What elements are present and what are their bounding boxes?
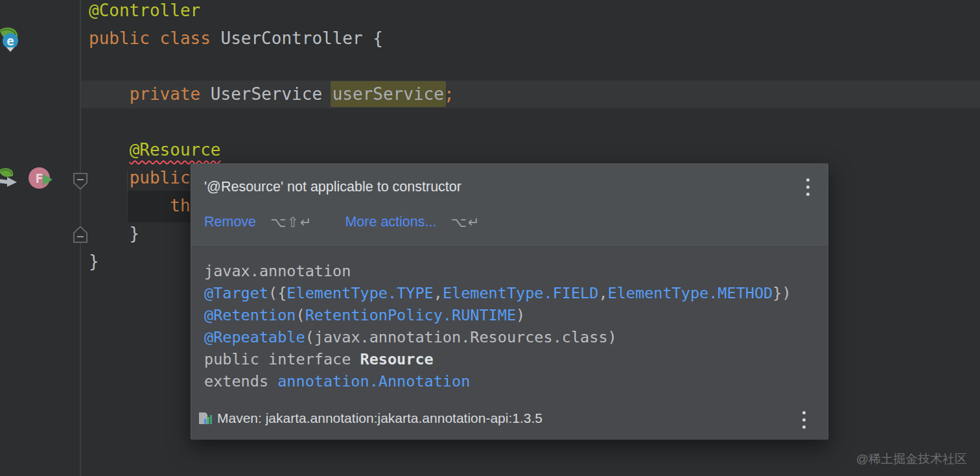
code-line: [89, 53, 454, 80]
code-token: ;: [444, 84, 454, 104]
fold-region-start-marker[interactable]: [73, 173, 88, 193]
code-line: private UserService userService;: [89, 80, 454, 108]
code-token[interactable]: annotation.Annotation: [277, 372, 470, 390]
code-token: [89, 168, 130, 187]
code-token: ,: [598, 284, 607, 302]
code-token: [89, 140, 130, 160]
doc-line: @Retention(RetentionPolicy.RUNTIME): [204, 304, 791, 326]
doc-line: @Repeatable(javax.annotation.Resources.c…: [204, 326, 791, 348]
diagnostic-popup: '@Resource' not applicable to constructo…: [191, 163, 828, 440]
watermark: @稀土掘金技术社区: [856, 451, 967, 468]
spring-leaf-class-glyph: e: [0, 26, 23, 52]
error-message: '@Resource' not applicable to constructo…: [204, 179, 461, 195]
code-token: ({: [268, 284, 286, 302]
code-token: (javax.annotation.Resources.class): [305, 328, 617, 346]
code-token: UserService: [211, 84, 332, 104]
code-token: UserController {: [221, 29, 383, 48]
doc-footer: Maven: jakarta.annotation:jakarta.annota…: [198, 405, 817, 432]
code-token: [89, 196, 170, 215]
ide-editor-screen: { "editor": { "code_lines": [ {"tokens":…: [0, 0, 980, 476]
quick-fix-actions: Remove ⌥⇧↵ More actions... ⌥↵: [204, 214, 480, 230]
maven-coordinates: Maven: jakarta.annotation:jakarta.annota…: [217, 411, 542, 426]
code-token: extends: [204, 372, 277, 390]
code-token: public interface: [204, 350, 360, 368]
run-triangle-icon: [43, 174, 52, 185]
error-annotation-token: @Resource: [130, 140, 221, 160]
code-token: public: [130, 168, 191, 187]
code-token: th: [170, 196, 190, 215]
field-run-icon[interactable]: F: [29, 167, 53, 189]
field-letter: F: [35, 171, 43, 186]
code-token: public class: [89, 29, 221, 48]
code-token: Resource: [360, 350, 434, 368]
code-token[interactable]: RetentionPolicy.RUNTIME: [305, 306, 516, 324]
code-line: @Controller: [89, 0, 454, 25]
highlighted-identifier: userService: [331, 81, 446, 107]
leaf-arrow-glyph: [0, 167, 19, 189]
code-token: }): [773, 284, 791, 302]
spring-bean-class-icon[interactable]: e: [0, 26, 23, 52]
doc-line: public interface Resource: [204, 348, 791, 370]
doc-line: javax.annotation: [204, 260, 791, 282]
code-token[interactable]: ElementType.TYPE: [286, 284, 433, 302]
remove-shortcut-hint: ⌥⇧↵: [270, 215, 312, 230]
code-line: @Resource: [89, 136, 454, 164]
doc-line: @Target({ElementType.TYPE,ElementType.FI…: [204, 282, 791, 304]
code-token: }: [89, 224, 139, 243]
remove-action-link[interactable]: Remove: [204, 214, 256, 230]
code-token: }: [89, 252, 99, 271]
code-token[interactable]: ElementType.METHOD: [608, 284, 773, 302]
footer-more-options-button[interactable]: [800, 409, 808, 431]
code-token[interactable]: ElementType.FIELD: [443, 284, 599, 302]
popup-header: '@Resource' not applicable to constructo…: [191, 164, 828, 247]
code-token: ): [516, 306, 525, 324]
fold-down-icon: [73, 173, 88, 190]
library-icon: [198, 411, 212, 425]
popup-documentation: javax.annotation@Target({ElementType.TYP…: [191, 247, 828, 440]
code-token: ,: [434, 284, 443, 302]
code-line: [89, 108, 454, 136]
svg-text:e: e: [6, 34, 14, 48]
code-token: private: [130, 84, 211, 104]
code-token[interactable]: @Target: [204, 284, 268, 302]
code-token: javax.annotation: [204, 262, 351, 280]
code-token: (: [296, 306, 305, 324]
doc-signature-block: javax.annotation@Target({ElementType.TYP…: [204, 260, 791, 392]
code-token[interactable]: @Repeatable: [204, 328, 305, 346]
doc-line: extends annotation.Annotation: [204, 370, 791, 392]
code-token[interactable]: @Retention: [204, 306, 296, 324]
code-token: @Controller: [89, 1, 200, 20]
fold-up-icon: [73, 226, 88, 243]
fold-region-end-marker[interactable]: [73, 226, 88, 246]
more-actions-shortcut-hint: ⌥↵: [450, 215, 480, 230]
more-actions-link[interactable]: More actions...: [345, 214, 436, 230]
spring-autowired-nav-icon[interactable]: [0, 167, 19, 189]
code-token: [89, 84, 130, 104]
popup-more-options-button[interactable]: [804, 176, 812, 198]
code-line: public class UserController {: [89, 25, 454, 53]
